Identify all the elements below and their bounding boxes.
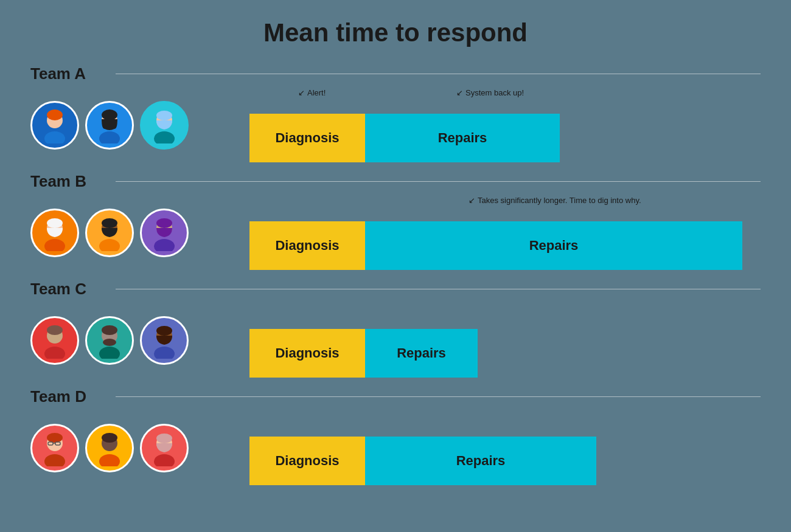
team-a-diagnosis-bar: Diagnosis [249, 114, 365, 162]
team-c-avatar-1 [30, 316, 79, 365]
svg-point-29 [47, 433, 63, 443]
team-b-avatars [30, 209, 249, 257]
team-c-label: Team C [30, 280, 116, 299]
team-b-annotation-1: ↙ Takes significantly longer. Time to di… [469, 196, 641, 205]
team-d-diagnosis-bar: Diagnosis [249, 437, 365, 485]
svg-point-33 [44, 454, 65, 466]
svg-point-36 [99, 454, 120, 466]
team-a-annotations: ↙ Alert! ↙ System back up! [249, 88, 761, 112]
svg-point-20 [44, 347, 65, 359]
team-d-content: Diagnosis Repairs [30, 411, 761, 485]
svg-point-7 [156, 111, 172, 120]
team-c-avatar-3 [140, 316, 189, 365]
team-b-avatar-3 [140, 209, 189, 257]
team-c-content: Diagnosis Repairs [30, 303, 761, 378]
team-b-avatar-2 [85, 209, 134, 257]
team-a-label: Team A [30, 64, 116, 83]
svg-point-2 [44, 131, 65, 143]
team-a-content: ↙ Alert! ↙ System back up! Diagnosis Rep… [30, 88, 761, 162]
svg-point-23 [103, 339, 116, 346]
chart-container: Team A [30, 60, 761, 485]
team-b-content: ↙ Takes significantly longer. Time to di… [30, 196, 761, 270]
team-d-divider [116, 396, 761, 397]
svg-point-39 [154, 454, 175, 466]
team-d-avatar-1 [30, 424, 79, 472]
team-b-annotations: ↙ Takes significantly longer. Time to di… [249, 196, 761, 220]
team-a-bars: Diagnosis Repairs [249, 114, 761, 162]
page-title: Mean time to respond [263, 18, 528, 47]
team-b-divider [116, 181, 761, 182]
team-d-section: Team D [30, 382, 761, 485]
team-d-avatar-3 [140, 424, 189, 472]
svg-point-27 [154, 347, 175, 359]
svg-point-10 [47, 218, 63, 228]
team-a-divider [116, 74, 761, 74]
annotation-arrow-1: ↙ [298, 88, 305, 97]
team-d-avatars [30, 424, 249, 472]
team-d-bars-area: Diagnosis Repairs [249, 411, 761, 485]
team-a-annotation-1: ↙ Alert! [298, 88, 326, 97]
annotation-arrow-b1: ↙ [469, 196, 475, 205]
svg-point-4 [102, 109, 117, 120]
team-b-label: Team B [30, 172, 116, 191]
team-b-repairs-bar: Repairs [365, 221, 742, 270]
team-c-bars-area: Diagnosis Repairs [249, 303, 761, 378]
annotation-arrow-2: ↙ [456, 88, 463, 97]
svg-point-38 [156, 434, 172, 443]
team-c-avatars [30, 316, 249, 365]
team-a-avatars [30, 101, 249, 150]
team-c-diagnosis-bar: Diagnosis [249, 329, 365, 378]
team-a-avatar-1 [30, 101, 79, 150]
team-c-repairs-bar: Repairs [365, 329, 478, 378]
team-b-section: Team B [30, 167, 761, 270]
team-d-bars: Diagnosis Repairs [249, 437, 761, 485]
svg-point-14 [99, 239, 120, 251]
team-c-divider [116, 289, 761, 289]
team-b-bars: Diagnosis Repairs [249, 221, 761, 270]
team-c-annotations [249, 303, 761, 328]
team-a-avatar-3 [140, 101, 189, 150]
svg-point-26 [156, 326, 172, 336]
team-d-label: Team D [30, 387, 116, 406]
svg-point-17 [154, 239, 175, 251]
team-d-annotations [249, 411, 761, 435]
team-b-bars-area: ↙ Takes significantly longer. Time to di… [249, 196, 761, 270]
svg-point-35 [102, 433, 117, 443]
team-c-bars: Diagnosis Repairs [249, 329, 761, 378]
team-c-section: Team C [30, 275, 761, 378]
team-a-avatar-2 [85, 101, 134, 150]
svg-point-19 [47, 325, 63, 335]
svg-point-8 [154, 131, 175, 143]
svg-point-1 [47, 109, 63, 120]
team-c-avatar-2 [85, 316, 134, 365]
svg-point-16 [156, 218, 172, 228]
team-a-repairs-bar: Repairs [365, 114, 560, 162]
svg-point-5 [99, 131, 120, 143]
team-a-bars-area: ↙ Alert! ↙ System back up! Diagnosis Rep… [249, 88, 761, 162]
svg-point-13 [102, 218, 117, 228]
team-d-avatar-2 [85, 424, 134, 472]
svg-point-24 [99, 347, 120, 359]
team-b-diagnosis-bar: Diagnosis [249, 221, 365, 270]
team-d-repairs-bar: Repairs [365, 437, 596, 485]
svg-point-22 [102, 325, 117, 335]
svg-point-11 [44, 239, 65, 251]
team-b-avatar-1 [30, 209, 79, 257]
team-a-section: Team A [30, 60, 761, 162]
team-a-annotation-2: ↙ System back up! [456, 88, 524, 97]
